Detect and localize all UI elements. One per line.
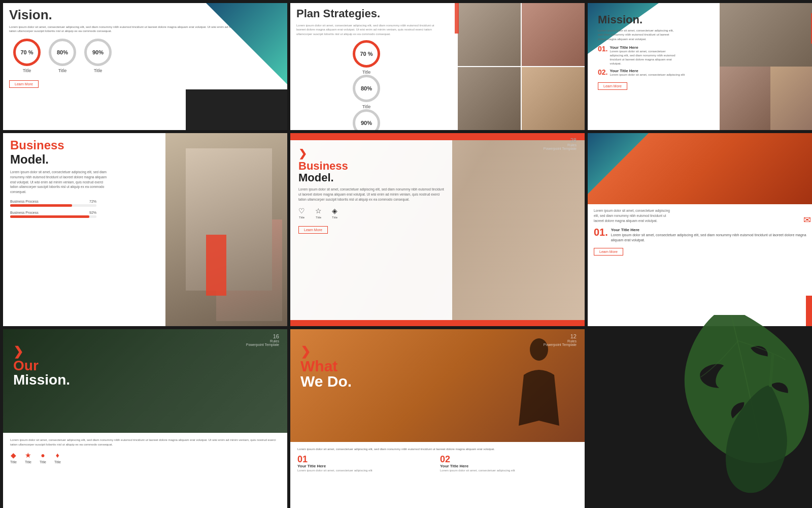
slide7-icon-2: ★ Title — [25, 451, 31, 464]
slide8-number: 12 Rules Powerpoint Template — [544, 333, 577, 346]
slide6-body: Lorem ipsum dolor sit amet, consectetuer… — [594, 208, 675, 223]
slide7-mission: Mission. — [13, 373, 70, 387]
slide2-ring-3: 90% — [353, 109, 380, 130]
slide8-bottom: Lorem ipsum dolor sit amet, consectetuer… — [290, 442, 585, 508]
slide5-icon-1: ♡ Title — [298, 207, 305, 219]
slide5-title-black: Model. — [298, 172, 444, 184]
slide5-learn-more[interactable]: Learn More — [298, 226, 328, 234]
slide5-icon-3: ◈ Title — [332, 207, 337, 219]
slide5-icons: ♡ Title ☆ Title ◈ Title — [298, 207, 444, 219]
slide2-circle-1: 70 % Title — [296, 40, 436, 75]
slide-our-mission: 16 Rules Powerpoint Template ❯ Our Missi… — [3, 329, 287, 508]
slide2-circle-2: 80% Title — [296, 75, 436, 109]
slide7-chevron: ❯ — [13, 344, 23, 359]
slide8-what: What — [300, 359, 352, 374]
slide8-silhouette — [509, 334, 569, 438]
slide7-icon-4: ♦ Title — [54, 451, 61, 464]
slide5-body: Lorem ipsum dolor sit amet, consectetuer… — [298, 187, 444, 202]
slide3-item-2: 02. Your Title Here Lorem ipsum dolor si… — [598, 69, 685, 77]
slide-right-middle: ✉ Lorem ipsum dolor sit amet, consectetu… — [588, 133, 812, 326]
slide7-bottom: Lorem ipsum dolor sit amet, consectetuer… — [3, 433, 287, 509]
photo-cell-3 — [458, 67, 521, 130]
progress-fill-1 — [10, 204, 72, 207]
circle-2: 80% Title — [49, 39, 76, 73]
circle-3: 90% Title — [84, 39, 112, 73]
slide6-item-1: 01. Your Title Here Lorem ipsum dolor si… — [594, 227, 812, 243]
slide3-title: Mission. — [598, 13, 685, 26]
slide3-photo1 — [720, 3, 812, 67]
slide8-body: Lorem ipsum dolor sit amet, consectetuer… — [297, 447, 578, 452]
slide5-text-overlay: ❯ Business Model. Lorem ipsum dolor sit … — [290, 140, 452, 326]
slide8-title-box: ❯ What We Do. — [300, 344, 352, 389]
slide-business-model-main: 28 Rules Powerpoint Template ❯ Business … — [290, 133, 585, 326]
slide2-title: Plan Strategies. — [296, 7, 436, 20]
slide3-photo-area — [720, 3, 812, 130]
slide4-body: Lorem ipsum dolor sit amet, consectetuer… — [10, 170, 112, 195]
slide2-circle-3: 90% Title — [296, 109, 436, 130]
slide2-ring-1: 70 % — [353, 40, 380, 68]
slide7-icons: ◆ Title ★ Title ● Title ♦ Title — [10, 451, 280, 464]
photo-cell-2 — [522, 3, 585, 66]
circle-1: 70 % Title — [13, 39, 41, 73]
slide7-title-box: ❯ Our Mission. — [13, 344, 70, 387]
slide3-content: Mission. Lorem ipsum dolor sit amet, con… — [598, 13, 685, 92]
envelope-icon: ✉ — [803, 214, 811, 226]
slide4-red-rect — [206, 235, 226, 296]
slide6-items: 01. Your Title Here Lorem ipsum dolor si… — [594, 227, 812, 243]
circle-ring-3: 90% — [84, 39, 112, 66]
slide3-body: Lorem ipsum dolor sit amet, consectetuer… — [598, 28, 674, 41]
progress-fill-2 — [10, 215, 89, 218]
slide5-bottom-bar — [290, 320, 585, 326]
slide3-photo2 — [720, 67, 770, 130]
slide2-ring-2: 80% — [353, 75, 380, 102]
slide7-number: 16 Rules Powerpoint Template — [246, 333, 279, 346]
slide8-col-2: 02 Your Title Here Lorem ipsum dolor sit… — [440, 455, 578, 472]
slide8-chevron: ❯ — [300, 344, 311, 359]
slide-business-model-left: 26 Rules Powerpoint Template Business Mo… — [3, 133, 287, 326]
slide3-photo3 — [770, 67, 812, 130]
slide2-body: Lorem ipsum dolor sit amet, consectetuer… — [296, 23, 436, 36]
photo-cell-1 — [458, 3, 521, 66]
slide5-number: 28 Rules Powerpoint Template — [544, 137, 577, 150]
slide6-content: ✉ Lorem ipsum dolor sit amet, consectetu… — [588, 204, 812, 262]
slide5-chevron: ❯ — [298, 147, 307, 160]
slide5-content: ❯ Business Model. Lorem ipsum dolor sit … — [290, 140, 585, 326]
photo-grid — [458, 3, 585, 130]
slide2-circles: 70 % Title 80% Title 90% Title — [296, 36, 436, 130]
circle-ring-2: 80% — [49, 39, 76, 66]
slide3-learn-more[interactable]: Learn More — [598, 82, 627, 90]
slide-what-we-do: 12 Rules Powerpoint Template ❯ What We D… — [290, 329, 585, 508]
slide-plan-strategies: Plan Strategies. Lorem ipsum dolor sit a… — [290, 3, 585, 130]
slide2-text-area: Plan Strategies. Lorem ipsum dolor sit a… — [290, 3, 443, 130]
slide3-item-1: 01. Your Title Here Lorem ipsum dolor si… — [598, 45, 685, 66]
slide4-photo-inner — [186, 148, 272, 291]
circle-ring-1: 70 % — [13, 39, 41, 66]
slide5-title-red: Business — [298, 161, 444, 172]
slide5-top-bar — [290, 133, 585, 140]
red-accent-bar — [455, 3, 459, 34]
slide-mission-top: Mission. Lorem ipsum dolor sit amet, con… — [588, 3, 812, 130]
slide-vision: Vision. Lorem ipsum dolor sit amet, cons… — [3, 3, 287, 130]
slide7-our: Our — [13, 359, 70, 373]
slide7-icon-3: ● Title — [40, 451, 46, 464]
photo-cell-4 — [522, 67, 585, 130]
slide7-icon-1: ◆ Title — [10, 451, 17, 464]
deco-bottom — [186, 89, 287, 130]
slide6-learn-more[interactable]: Learn More — [594, 248, 623, 256]
learn-more-button[interactable]: Learn More — [9, 80, 39, 88]
slide3-items: 01. Your Title Here Lorem ipsum dolor si… — [598, 45, 685, 77]
slide5-icon-2: ☆ Title — [315, 207, 322, 219]
slide8-wedo: We Do. — [300, 374, 352, 389]
slide4-title-red: Business — [10, 138, 64, 152]
slide8-col-1: 01 Your Title Here Lorem ipsum dolor sit… — [297, 455, 435, 472]
slide6-red-rect — [806, 296, 812, 326]
slide8-cols: 01 Your Title Here Lorem ipsum dolor sit… — [297, 455, 578, 472]
slide7-body: Lorem ipsum dolor sit amet, consectetuer… — [10, 438, 280, 447]
